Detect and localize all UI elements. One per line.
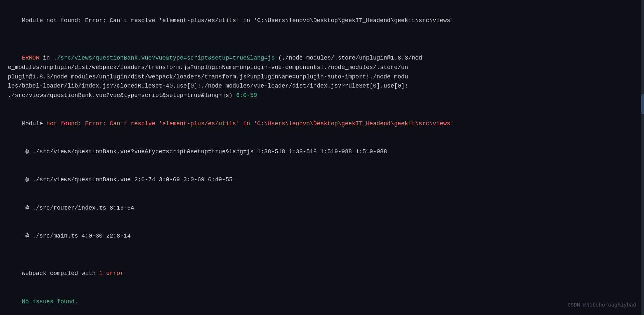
stack-trace-2-text: @ ./src/views/questionBank.vue 2:0-74 3:…: [22, 176, 232, 183]
error-keyword: ERROR: [22, 55, 39, 61]
module-not-found-text-1: Module not found: Error: Can't resolve '…: [22, 17, 454, 24]
error-line-1: Module not found: Error: Can't resolve '…: [8, 7, 632, 34]
scrollbar-thumb[interactable]: [641, 94, 644, 114]
webpack-compiled-line: webpack compiled with 1 error: [8, 260, 632, 288]
no-issues-line: No issues found.: [8, 288, 632, 315]
stack-trace-4: @ ./src/main.ts 4:0-30 22:8-14: [8, 222, 632, 250]
error-line-3: Module not found: Error: Can't resolve '…: [8, 110, 632, 138]
stack-trace-2: @ ./src/views/questionBank.vue 2:0-74 3:…: [8, 166, 632, 194]
error-detail: Error: Can't resolve 'element-plus/es/ut…: [85, 120, 454, 127]
watermark: CSDN @Notthoroughlybad: [568, 301, 636, 310]
spacer-1: [8, 34, 632, 44]
error-count: 1 error: [99, 270, 124, 277]
stack-trace-1-text: @ ./src/views/questionBank.vue?vue&type=…: [22, 148, 387, 155]
spacer-2: [8, 250, 632, 260]
error-in-text: in: [39, 55, 53, 61]
error-line-2: ERROR in ./src/views/questionBank.vue?vu…: [8, 44, 632, 110]
error-location: 6:0-59: [236, 92, 257, 99]
stack-trace-1: @ ./src/views/questionBank.vue?vue&type=…: [8, 138, 632, 166]
stack-trace-4-text: @ ./src/main.ts 4:0-30 22:8-14: [22, 233, 131, 239]
stack-trace-3: @ ./src/router/index.ts 8:19-54: [8, 194, 632, 222]
module-text: Module: [22, 120, 46, 127]
colon-text: :: [78, 120, 85, 127]
scrollbar[interactable]: [641, 0, 644, 315]
not-found-text: not found: [46, 120, 78, 127]
error-file-path: ./src/views/questionBank.vue?vue&type=sc…: [53, 55, 275, 61]
error-loader-path: (./node_modules/.store/unplugin@1.8.3/no…: [8, 55, 422, 99]
webpack-compiled-text: webpack compiled with: [22, 270, 99, 277]
no-issues-text: No issues found.: [22, 298, 78, 305]
terminal-output: Module not found: Error: Can't resolve '…: [8, 7, 632, 315]
stack-trace-3-text: @ ./src/router/index.ts 8:19-54: [22, 205, 134, 211]
